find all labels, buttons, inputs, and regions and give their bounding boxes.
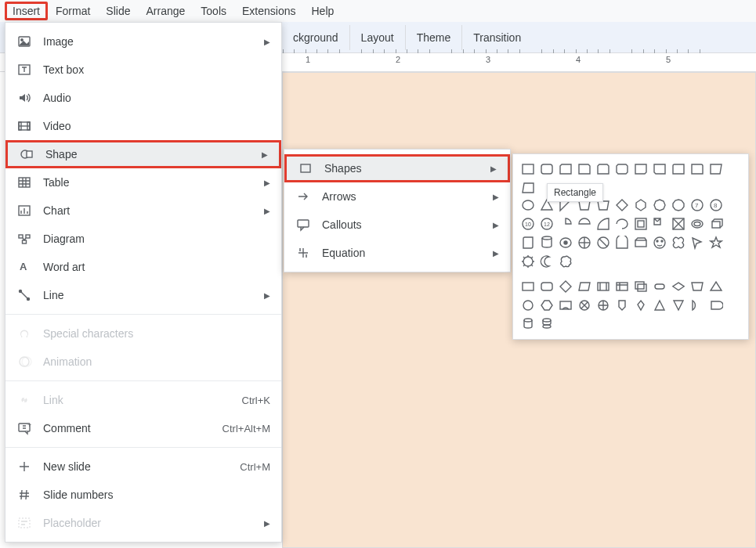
insert-menu-audio[interactable]: Audio <box>5 84 281 112</box>
insert-menu-new-slide[interactable]: New slideCtrl+M <box>5 452 281 481</box>
insert-menu-diagram[interactable]: Diagram <box>5 225 281 253</box>
shape-option[interactable] <box>613 297 631 314</box>
shape-option[interactable] <box>595 215 612 233</box>
shape-option[interactable] <box>689 160 706 178</box>
shape-option[interactable] <box>557 215 574 233</box>
shape-option[interactable] <box>613 234 631 251</box>
shape-option[interactable] <box>651 234 668 251</box>
insert-menu-line[interactable]: Line▶ <box>5 281 281 309</box>
shape-submenu-arrows[interactable]: Arrows▶ <box>284 182 510 211</box>
shape-option[interactable] <box>519 315 537 333</box>
submenu-arrow-icon: ▶ <box>264 519 270 528</box>
shape-option[interactable] <box>632 215 649 233</box>
shape-option[interactable] <box>707 215 725 233</box>
insert-menu-chart[interactable]: Chart▶ <box>5 196 281 225</box>
insert-menu-table[interactable]: Table▶ <box>5 168 281 196</box>
shape-option[interactable] <box>538 315 555 333</box>
insert-menu-animation: Animation <box>5 348 281 376</box>
menu-tools[interactable]: Tools <box>193 2 234 20</box>
menu-extensions[interactable]: Extensions <box>234 2 303 20</box>
shape-option[interactable] <box>519 297 537 314</box>
shape-option[interactable] <box>595 278 612 295</box>
menu-help[interactable]: Help <box>303 2 342 20</box>
hash-icon <box>16 487 32 503</box>
shape-option[interactable] <box>557 253 574 270</box>
shape-option[interactable] <box>689 297 706 314</box>
shape-option[interactable] <box>576 160 593 178</box>
insert-menu-word-art[interactable]: AWord art <box>5 253 281 281</box>
shape-option[interactable]: 10 <box>519 215 537 233</box>
shape-option[interactable] <box>632 196 649 214</box>
shape-option[interactable] <box>651 196 668 214</box>
shape-option[interactable]: 7 <box>689 196 706 214</box>
shape-option[interactable] <box>576 297 593 314</box>
insert-menu-video[interactable]: Video <box>5 112 281 140</box>
shape-option[interactable] <box>689 234 706 251</box>
shape-option[interactable] <box>651 215 668 233</box>
shape-option[interactable] <box>595 160 612 178</box>
menu-insert[interactable]: Insert <box>5 2 48 20</box>
shape-option[interactable] <box>576 234 593 251</box>
shape-option[interactable] <box>670 234 687 251</box>
shape-option[interactable] <box>613 278 631 295</box>
shape-option[interactable] <box>651 297 668 314</box>
shape-submenu-shapes[interactable]: Shapes▶ <box>284 154 510 182</box>
shape-option[interactable] <box>689 215 706 233</box>
shape-option[interactable] <box>519 179 537 196</box>
shape-option[interactable] <box>538 234 555 251</box>
shape-option[interactable] <box>576 215 593 233</box>
shape-option[interactable] <box>538 160 555 178</box>
shape-option[interactable] <box>557 297 574 314</box>
insert-menu-shape[interactable]: Shape▶ <box>5 140 281 168</box>
shape-option[interactable] <box>670 215 687 233</box>
shape-option[interactable] <box>670 278 687 295</box>
shape-option[interactable]: 12 <box>538 215 555 233</box>
shape-option[interactable] <box>613 215 631 233</box>
shape-option[interactable] <box>613 196 631 214</box>
shape-option[interactable] <box>557 278 574 295</box>
shape-option[interactable] <box>595 297 612 314</box>
shape-option[interactable] <box>557 160 574 178</box>
shape-option[interactable] <box>519 196 537 214</box>
shape-submenu-callouts[interactable]: Callouts▶ <box>284 211 510 239</box>
shape-option[interactable] <box>519 234 537 251</box>
shape-option[interactable] <box>707 278 725 295</box>
menu-slide[interactable]: Slide <box>98 2 138 20</box>
shape-option[interactable] <box>557 234 574 251</box>
shape-option[interactable] <box>538 253 555 270</box>
toolbar-theme[interactable]: Theme <box>406 25 463 50</box>
insert-menu-image[interactable]: Image▶ <box>5 27 281 56</box>
shape-option[interactable] <box>632 234 649 251</box>
shape-option[interactable] <box>519 253 537 270</box>
shape-option[interactable] <box>707 297 725 314</box>
menu-format[interactable]: Format <box>48 2 98 20</box>
shape-option[interactable] <box>538 297 555 314</box>
shape-option[interactable] <box>689 278 706 295</box>
shape-option[interactable] <box>576 278 593 295</box>
shape-option[interactable] <box>670 297 687 314</box>
shape-option[interactable] <box>595 234 612 251</box>
shape-option[interactable] <box>651 278 668 295</box>
toolbar-layout[interactable]: Layout <box>350 25 406 50</box>
shape-option[interactable] <box>519 278 537 295</box>
shape-option[interactable] <box>707 160 725 178</box>
toolbar-transition[interactable]: Transition <box>462 25 532 50</box>
menu-arrange[interactable]: Arrange <box>139 2 194 20</box>
shape-submenu-equation[interactable]: Equation▶ <box>284 239 510 267</box>
insert-menu-text-box[interactable]: Text box <box>5 56 281 84</box>
shape-option[interactable]: 8 <box>707 196 725 214</box>
shape-option[interactable] <box>613 160 631 178</box>
shape-option[interactable] <box>651 160 668 178</box>
insert-menu-comment[interactable]: +CommentCtrl+Alt+M <box>5 414 281 442</box>
insert-menu-slide-numbers[interactable]: Slide numbers <box>5 481 281 509</box>
shape-option[interactable] <box>538 278 555 295</box>
shape-option[interactable] <box>670 160 687 178</box>
toolbar-background[interactable]: ckground <box>282 25 350 50</box>
shape-option[interactable] <box>670 196 687 214</box>
shape-option[interactable] <box>707 234 725 251</box>
shape-option[interactable] <box>632 278 649 295</box>
shape-option[interactable] <box>632 160 649 178</box>
shape-option[interactable] <box>632 297 649 314</box>
shape-option[interactable] <box>519 160 537 178</box>
menu-item-label: Text box <box>43 63 270 76</box>
